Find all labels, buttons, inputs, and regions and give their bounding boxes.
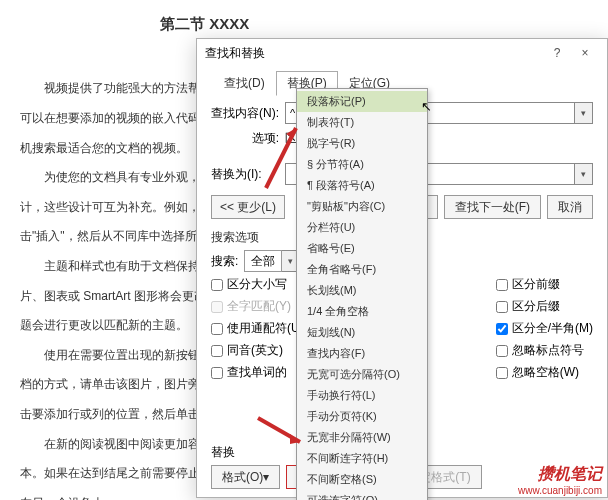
chk-fullhalf[interactable]: 区分全/半角(M) <box>496 320 593 337</box>
menu-item[interactable]: ¶ 段落符号(A) <box>297 175 427 196</box>
special-format-menu: 段落标记(P)制表符(T)脱字号(R)§ 分节符(A)¶ 段落符号(A)"剪贴板… <box>296 88 428 500</box>
chk-ignore-punct[interactable]: 忽略标点符号 <box>496 342 593 359</box>
watermark-url: www.cuanjibiji.com <box>518 485 602 496</box>
menu-item[interactable]: 无宽非分隔符(W) <box>297 427 427 448</box>
menu-item[interactable]: 分栏符(U) <box>297 217 427 238</box>
menu-item[interactable]: 1/4 全角空格 <box>297 301 427 322</box>
menu-item[interactable]: 短划线(N) <box>297 322 427 343</box>
menu-item[interactable]: 无宽可选分隔符(O) <box>297 364 427 385</box>
replace-dropdown-icon[interactable]: ▾ <box>575 163 593 185</box>
search-scope-combo[interactable]: 全部 <box>244 250 282 272</box>
find-dropdown-icon[interactable]: ▾ <box>575 102 593 124</box>
menu-item[interactable]: 长划线(M) <box>297 280 427 301</box>
less-options-button[interactable]: << 更少(L) <box>211 195 285 219</box>
cursor-icon: ↖ <box>421 99 432 114</box>
menu-item[interactable]: 省略号(E) <box>297 238 427 259</box>
cancel-button[interactable]: 取消 <box>547 195 593 219</box>
menu-item[interactable]: 段落标记(P) <box>297 91 427 112</box>
dialog-title: 查找和替换 <box>205 45 265 62</box>
menu-item[interactable]: 不间断空格(S) <box>297 469 427 490</box>
menu-item[interactable]: 全角省略号(F) <box>297 259 427 280</box>
chk-wildcards[interactable]: 使用通配符(U) <box>211 320 304 337</box>
menu-item[interactable]: 脱字号(R) <box>297 133 427 154</box>
chk-prefix[interactable]: 区分前缀 <box>496 276 593 293</box>
tab-find[interactable]: 查找(D) <box>213 71 276 96</box>
options-label: 选项: <box>211 130 285 147</box>
close-button[interactable]: × <box>571 46 599 60</box>
help-button[interactable]: ? <box>543 46 571 60</box>
doc-heading: 第二节 XXXX <box>20 10 588 37</box>
chk-word-forms[interactable]: 查找单词的 <box>211 364 304 381</box>
chk-match-case[interactable]: 区分大小写 <box>211 276 304 293</box>
search-scope-label: 搜索: <box>211 253 238 270</box>
find-next-button[interactable]: 查找下一处(F) <box>444 195 541 219</box>
menu-item[interactable]: 不间断连字符(H) <box>297 448 427 469</box>
replace-label: 替换为(I): <box>211 166 285 183</box>
chk-ignore-space[interactable]: 忽略空格(W) <box>496 364 593 381</box>
menu-item[interactable]: "剪贴板"内容(C) <box>297 196 427 217</box>
menu-item[interactable]: 查找内容(F) <box>297 343 427 364</box>
chk-whole-word: 全字匹配(Y) <box>211 298 304 315</box>
menu-item[interactable]: 可选连字符(O) <box>297 490 427 500</box>
watermark: 攒机笔记 www.cuanjibiji.com <box>518 464 602 496</box>
menu-item[interactable]: § 分节符(A) <box>297 154 427 175</box>
format-button[interactable]: 格式(O) ▾ <box>211 465 280 489</box>
menu-item[interactable]: 制表符(T) <box>297 112 427 133</box>
watermark-title: 攒机笔记 <box>518 464 602 485</box>
chk-sounds-like[interactable]: 同音(英文) <box>211 342 304 359</box>
find-label: 查找内容(N): <box>211 105 285 122</box>
dialog-titlebar: 查找和替换 ? × <box>197 39 607 67</box>
menu-item[interactable]: 手动换行符(L) <box>297 385 427 406</box>
menu-item[interactable]: 手动分页符(K) <box>297 406 427 427</box>
chk-suffix[interactable]: 区分后缀 <box>496 298 593 315</box>
